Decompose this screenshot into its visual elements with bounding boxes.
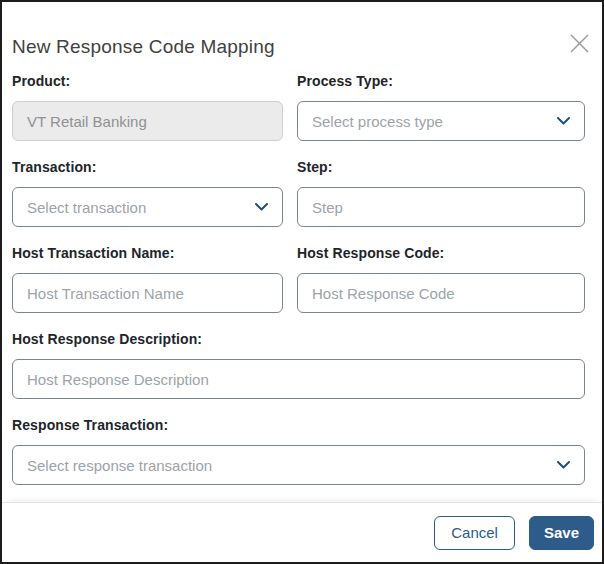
host-transaction-name-label: Host Transaction Name: <box>12 246 283 261</box>
host-transaction-name-field-group: Host Transaction Name: <box>12 246 283 313</box>
dialog-header: New Response Code Mapping <box>2 2 602 58</box>
process-type-label: Process Type: <box>297 74 585 89</box>
transaction-label: Transaction: <box>12 160 283 175</box>
response-transaction-field-group: Response Transaction: Select response tr… <box>12 418 585 485</box>
save-button[interactable]: Save <box>529 516 594 550</box>
new-response-code-mapping-dialog: New Response Code Mapping Product: Proce… <box>0 0 604 564</box>
step-field[interactable] <box>297 187 585 227</box>
product-label: Product: <box>12 74 283 89</box>
host-response-code-field-group: Host Response Code: <box>297 246 585 313</box>
close-button[interactable] <box>566 30 592 56</box>
step-label: Step: <box>297 160 585 175</box>
product-field <box>12 101 283 141</box>
form-row-2: Transaction: Select transaction Step: <box>12 160 585 227</box>
dialog-footer: Cancel Save <box>2 502 602 562</box>
response-transaction-label: Response Transaction: <box>12 418 585 433</box>
cancel-button[interactable]: Cancel <box>434 516 515 550</box>
process-type-select[interactable]: Select process type <box>297 101 585 141</box>
host-response-description-label: Host Response Description: <box>12 332 585 347</box>
form-row-5: Response Transaction: Select response tr… <box>12 418 585 485</box>
close-icon <box>569 33 590 54</box>
form-row-4: Host Response Description: <box>12 332 585 399</box>
chevron-down-icon <box>255 203 268 211</box>
host-transaction-name-field[interactable] <box>12 273 283 313</box>
form-row-1: Product: Process Type: Select process ty… <box>12 74 585 141</box>
process-type-field-group: Process Type: Select process type <box>297 74 585 141</box>
dialog-title: New Response Code Mapping <box>12 35 592 58</box>
host-response-description-field-group: Host Response Description: <box>12 332 585 399</box>
form-row-3: Host Transaction Name: Host Response Cod… <box>12 246 585 313</box>
response-transaction-placeholder: Select response transaction <box>27 457 212 474</box>
step-field-group: Step: <box>297 160 585 227</box>
host-response-code-label: Host Response Code: <box>297 246 585 261</box>
response-transaction-select[interactable]: Select response transaction <box>12 445 585 485</box>
transaction-field-group: Transaction: Select transaction <box>12 160 283 227</box>
host-response-description-field[interactable] <box>12 359 585 399</box>
chevron-down-icon <box>557 461 570 469</box>
product-field-group: Product: <box>12 74 283 141</box>
transaction-placeholder: Select transaction <box>27 199 146 216</box>
host-response-code-field[interactable] <box>297 273 585 313</box>
dialog-body: Product: Process Type: Select process ty… <box>2 58 602 485</box>
process-type-placeholder: Select process type <box>312 113 443 130</box>
transaction-select[interactable]: Select transaction <box>12 187 283 227</box>
chevron-down-icon <box>557 117 570 125</box>
